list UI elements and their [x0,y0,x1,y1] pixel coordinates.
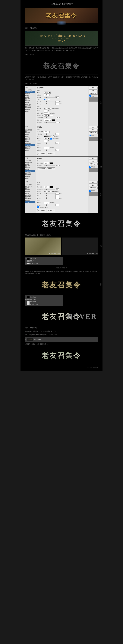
global-light-check[interactable] [49,191,51,192]
visibility-icon[interactable]: 👁 [25,296,27,298]
alt-input[interactable] [44,110,47,112]
default-button[interactable]: 设置为默认值 [37,168,46,170]
scale-slider[interactable] [44,143,55,143]
cancel-button[interactable]: 复位 [89,90,98,92]
spread-input[interactable] [55,195,59,197]
checkbox-icon[interactable] [25,143,26,144]
checkbox-icon[interactable] [25,174,26,176]
side-item[interactable]: 内阴影 [25,165,35,167]
checkbox-icon[interactable] [25,136,26,137]
size-input[interactable] [55,101,59,103]
soft-slider[interactable] [44,104,55,104]
side-item[interactable]: 颜色叠加 [25,103,35,105]
visibility-icon[interactable]: 👁 [25,339,26,340]
color-swatch[interactable] [50,162,53,164]
checkbox-icon[interactable] [26,145,27,146]
side-item[interactable]: 等高线 [25,132,35,134]
side-item[interactable]: 斜面和浮雕 [25,162,35,163]
visibility-icon[interactable]: 👁 [25,260,27,262]
visibility-icon[interactable]: 👁 [25,304,27,305]
side-item[interactable]: 斜面和浮雕 [25,185,35,187]
side-item[interactable]: 内发光 [25,139,35,141]
visibility-icon[interactable]: 👁 [25,301,27,302]
layer-row[interactable]: 👁老友召集令 [25,301,62,303]
side-item[interactable]: 光泽 [25,192,35,194]
depth-slider[interactable] [44,97,55,98]
scale-input[interactable] [55,142,59,144]
checkbox-icon[interactable] [25,164,26,165]
checkbox-icon[interactable] [25,107,26,108]
side-item[interactable]: 投影 [25,178,35,179]
ok-button[interactable]: 确定 [89,126,98,128]
side-item[interactable]: 颜色叠加 [25,194,35,196]
align-check[interactable] [50,138,52,140]
checkbox-icon[interactable] [25,130,26,132]
side-item[interactable]: 纹理 [25,134,35,136]
depth-input[interactable] [55,96,59,98]
knockout-check[interactable] [37,206,39,208]
hl-select[interactable]: 滤色 [44,114,49,116]
side-item[interactable]: 内阴影 [25,98,35,100]
sh-op-slider[interactable] [44,122,55,123]
noise-input[interactable] [55,204,59,206]
range-input[interactable] [55,149,59,151]
checkbox-icon[interactable] [25,148,26,150]
side-item[interactable]: 纹理 [25,94,35,96]
cancel-button[interactable]: 复位 [89,184,98,186]
cancel-button[interactable]: 复位 [89,160,98,162]
dir-up-radio[interactable] [44,99,46,100]
hl-op-input[interactable] [56,117,59,119]
contour-swatch[interactable] [44,112,47,114]
visibility-icon[interactable]: 👁 [25,263,27,264]
contour-swatch[interactable] [44,202,47,204]
checkbox-icon[interactable] [25,191,26,192]
checkbox-icon[interactable] [25,150,26,151]
checkbox-icon[interactable] [25,146,26,148]
checkbox-icon[interactable] [25,96,26,98]
global-light-check[interactable] [49,108,51,110]
op-input[interactable] [55,133,59,135]
color-swatch[interactable] [50,115,53,116]
ok-button[interactable]: 确定 [89,87,98,89]
checkbox-icon[interactable] [25,100,26,101]
ok-button[interactable]: 确定 [89,157,98,160]
side-item[interactable]: 描边 [25,187,35,189]
checkbox-icon[interactable] [25,134,26,135]
checkbox-icon[interactable] [26,91,27,92]
style-select[interactable]: 内斜面 [44,92,51,94]
side-item[interactable]: 投影 [25,110,35,112]
reverse-check[interactable] [53,136,55,137]
layer-row[interactable]: 👁杂边100% [25,260,62,262]
checkbox-icon[interactable] [25,166,26,166]
side-item[interactable]: 图案叠加 [25,174,35,176]
checkbox-icon[interactable] [25,102,26,103]
side-item[interactable]: 内阴影 [25,137,35,139]
side-item-selected[interactable]: 渐变叠加 [25,144,35,146]
side-item[interactable]: 图案叠加 [25,146,35,148]
default-button[interactable]: 设置为默认值 [37,209,46,212]
side-item-selected[interactable]: 投影 [25,201,35,203]
checkbox-icon[interactable] [25,98,26,100]
size-slider[interactable] [44,198,55,198]
side-item[interactable]: 内发光 [25,191,35,192]
side-item[interactable]: 混合选项·默认 [25,160,35,162]
checkbox-icon[interactable] [25,167,26,168]
side-item[interactable]: 描边 [25,163,35,165]
reset-button[interactable]: 复位为默认值 [47,152,55,155]
new-style-button[interactable]: 新建样式(W)... [89,132,98,134]
side-item[interactable]: 内发光 [25,167,35,168]
antialias-check[interactable] [47,202,49,204]
blend-select[interactable]: 正常 [44,162,49,164]
checkbox-icon[interactable] [26,202,27,203]
side-item[interactable]: 外发光 [25,148,35,150]
checkbox-icon[interactable] [25,193,26,194]
side-item[interactable]: 图案叠加 [25,107,35,109]
checkbox-icon[interactable] [25,162,26,163]
side-item[interactable]: 等高线 [25,93,35,94]
sh-op-input[interactable] [55,122,59,123]
side-item[interactable]: 混合选项·默认 [25,89,35,91]
noise-slider[interactable] [44,205,55,205]
checkbox-icon[interactable] [25,141,26,142]
side-item[interactable]: 斜面和浮雕 [25,130,35,132]
antialias-check[interactable] [47,147,49,149]
